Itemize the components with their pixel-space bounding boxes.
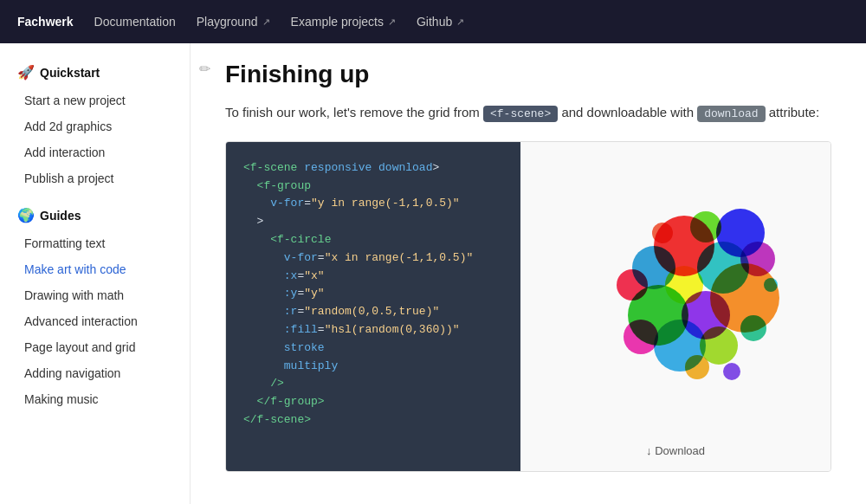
sidebar-item-publish-project[interactable]: Publish a project bbox=[0, 165, 190, 191]
code-line-14: </f-group> bbox=[243, 393, 503, 411]
sidebar-item-add-2d-graphics[interactable]: Add 2d graphics bbox=[0, 113, 190, 139]
code-line-1: <f-scene responsive download> bbox=[243, 159, 503, 178]
download-label[interactable]: ↓ Download bbox=[646, 444, 705, 457]
code-line-3: v-for="y in range(-1,1,0.5)" bbox=[243, 195, 503, 213]
description-text-middle: and downloadable with bbox=[561, 105, 697, 120]
guides-emoji: 🌍 bbox=[17, 207, 35, 223]
nav-playground[interactable]: Playground ↗ bbox=[197, 15, 270, 29]
sidebar-item-adding-navigation[interactable]: Adding navigation bbox=[0, 360, 190, 386]
external-link-icon: ↗ bbox=[388, 16, 396, 28]
code-line-15: </f-scene> bbox=[243, 411, 503, 430]
nav-github[interactable]: Github ↗ bbox=[417, 15, 464, 29]
guides-section-title: 🌍 Guides bbox=[0, 200, 190, 230]
external-link-icon: ↗ bbox=[456, 16, 464, 28]
main-layout: 🚀 Quickstart Start a new project Add 2d … bbox=[0, 43, 866, 504]
code-line-7: :x="x" bbox=[243, 268, 503, 286]
sidebar-item-start-new-project[interactable]: Start a new project bbox=[0, 87, 190, 113]
quickstart-emoji: 🚀 bbox=[17, 64, 35, 81]
sidebar-item-making-music[interactable]: Making music bbox=[0, 386, 190, 412]
svg-point-17 bbox=[652, 223, 673, 243]
svg-point-15 bbox=[685, 355, 709, 379]
code-line-9: :r="random(0,0.5,true)" bbox=[243, 303, 503, 321]
sidebar-item-make-art-with-code[interactable]: Make art with code bbox=[0, 256, 190, 282]
sidebar-item-add-interaction[interactable]: Add interaction bbox=[0, 139, 190, 165]
code-line-12: multiply bbox=[243, 358, 503, 376]
svg-point-16 bbox=[723, 363, 740, 380]
main-content-area: ✏ Finishing up To finish our work, let's… bbox=[191, 43, 866, 504]
quickstart-label: Quickstart bbox=[40, 66, 100, 80]
code-line-13: /> bbox=[243, 375, 503, 393]
description-text-before: To finish our work, let's remove the gri… bbox=[225, 105, 480, 120]
top-navigation: Fachwerk Documentation Playground ↗ Exam… bbox=[0, 0, 866, 43]
sidebar-item-drawing-with-math[interactable]: Drawing with math bbox=[0, 282, 190, 308]
svg-point-13 bbox=[740, 315, 766, 341]
code-line-5: <f-circle bbox=[243, 231, 503, 249]
guides-label: Guides bbox=[40, 209, 81, 223]
nav-example-projects[interactable]: Example projects ↗ bbox=[291, 15, 396, 29]
code-line-11: stroke bbox=[243, 339, 503, 358]
code-line-8: :y="y" bbox=[243, 285, 503, 303]
preview-area: .mc { mix-blend-mode: multiply; } bbox=[520, 142, 830, 471]
sidebar: 🚀 Quickstart Start a new project Add 2d … bbox=[0, 43, 191, 504]
svg-point-14 bbox=[624, 320, 658, 354]
nav-documentation[interactable]: Documentation bbox=[94, 15, 176, 29]
code-line-4: > bbox=[243, 213, 503, 231]
quickstart-section-title: 🚀 Quickstart bbox=[0, 57, 190, 87]
svg-point-18 bbox=[764, 278, 778, 292]
sidebar-item-page-layout-and-grid[interactable]: Page layout and grid bbox=[0, 334, 190, 360]
code-line-10: :fill="hsl(random(0,360))" bbox=[243, 321, 503, 339]
circles-visualization: .mc { mix-blend-mode: multiply; } bbox=[572, 185, 779, 428]
edit-icon[interactable]: ✏ bbox=[199, 61, 210, 77]
code-line-6: v-for="x in range(-1,1,0.5)" bbox=[243, 249, 503, 268]
description-text-after: attribute: bbox=[769, 105, 819, 120]
code-line-2: <f-group bbox=[243, 178, 503, 196]
brand-link[interactable]: Fachwerk bbox=[17, 15, 74, 29]
code-preview-container: <f-scene responsive download> <f-group v… bbox=[225, 141, 831, 472]
page-title: Finishing up bbox=[225, 61, 831, 88]
download-tag: download bbox=[697, 106, 765, 122]
page-description: To finish our work, let's remove the gri… bbox=[225, 102, 831, 124]
sidebar-item-advanced-interaction[interactable]: Advanced interaction bbox=[0, 308, 190, 334]
f-scene-tag: <f-scene> bbox=[483, 106, 558, 122]
external-link-icon: ↗ bbox=[262, 16, 270, 28]
code-block: <f-scene responsive download> <f-group v… bbox=[226, 142, 520, 471]
svg-point-10 bbox=[617, 269, 648, 300]
sidebar-item-formatting-text[interactable]: Formatting text bbox=[0, 230, 190, 256]
